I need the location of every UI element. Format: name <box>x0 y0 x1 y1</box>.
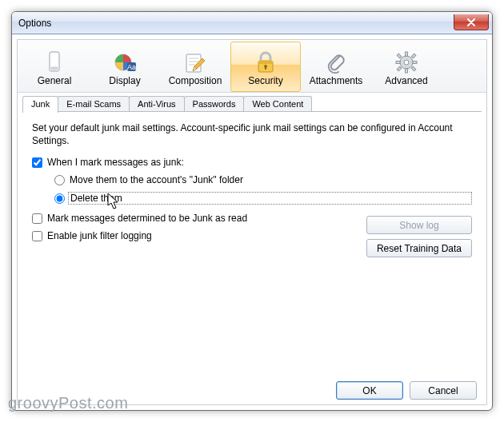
tab-email-scams[interactable]: E-mail Scams <box>58 96 130 112</box>
mark-read-label: Mark messages determined to be Junk as r… <box>47 213 247 224</box>
svg-rect-22 <box>397 66 402 71</box>
content-frame: General Aa Display <box>17 39 487 405</box>
cancel-button[interactable]: Cancel <box>410 381 477 400</box>
svg-rect-21 <box>411 54 416 58</box>
dialog-footer: OK Cancel <box>336 381 477 400</box>
category-display[interactable]: Aa Display <box>90 42 160 92</box>
category-attachments[interactable]: Attachments <box>301 42 371 92</box>
category-advanced[interactable]: Advanced <box>371 42 442 92</box>
watermark: groovyPost.com <box>8 394 128 412</box>
svg-rect-12 <box>265 66 266 70</box>
enable-logging-label: Enable junk filter logging <box>47 230 152 241</box>
svg-point-14 <box>404 60 409 65</box>
titlebar: Options <box>12 12 492 34</box>
delete-junk-label: Delete them <box>68 192 472 205</box>
window-title: Options <box>18 18 51 29</box>
paperclip-icon <box>325 51 347 74</box>
category-composition[interactable]: Composition <box>160 42 230 92</box>
svg-rect-10 <box>258 61 273 64</box>
svg-rect-18 <box>413 61 417 63</box>
mark-read-checkbox[interactable] <box>32 213 42 224</box>
category-label: Advanced <box>385 75 427 86</box>
ok-button[interactable]: OK <box>336 381 403 400</box>
move-junk-radio[interactable] <box>54 175 65 185</box>
options-window: Options General <box>11 11 493 411</box>
category-label: General <box>38 75 72 86</box>
display-icon: Aa <box>114 51 136 74</box>
panel-description: Set your default junk mail settings. Acc… <box>32 121 472 147</box>
category-security[interactable]: Security <box>230 42 301 92</box>
tab-junk[interactable]: Junk <box>22 96 58 113</box>
category-label: Security <box>248 75 282 86</box>
general-icon <box>43 51 66 74</box>
reset-training-button[interactable]: Reset Training Data <box>366 239 472 257</box>
tab-web-content[interactable]: Web Content <box>243 96 312 112</box>
lock-icon <box>254 51 277 74</box>
composition-icon <box>184 51 206 74</box>
tab-passwords[interactable]: Passwords <box>184 96 245 112</box>
close-icon <box>466 15 476 30</box>
category-general[interactable]: General <box>19 42 90 92</box>
subtab-strip: Junk E-mail Scams Anti-Virus Passwords W… <box>18 93 486 112</box>
junk-panel: Set your default junk mail settings. Acc… <box>22 113 482 366</box>
category-toolbar: General Aa Display <box>18 40 486 93</box>
close-button[interactable] <box>454 14 489 30</box>
svg-rect-19 <box>397 54 402 58</box>
svg-rect-20 <box>411 66 416 71</box>
mark-junk-checkbox[interactable] <box>32 157 42 168</box>
gear-icon <box>395 51 418 74</box>
svg-text:Aa: Aa <box>127 63 136 71</box>
show-log-button[interactable]: Show log <box>366 216 472 234</box>
category-label: Display <box>109 75 140 86</box>
svg-rect-16 <box>406 69 408 73</box>
svg-rect-15 <box>406 52 408 56</box>
mark-junk-label: When I mark messages as junk: <box>47 157 184 168</box>
delete-junk-radio[interactable] <box>54 193 65 204</box>
enable-logging-checkbox[interactable] <box>32 231 42 241</box>
category-label: Attachments <box>310 75 363 86</box>
category-label: Composition <box>169 75 222 86</box>
move-junk-label: Move them to the account's "Junk" folder <box>70 174 243 185</box>
svg-rect-17 <box>396 61 400 63</box>
tab-anti-virus[interactable]: Anti-Virus <box>129 96 184 112</box>
svg-rect-1 <box>51 67 58 70</box>
